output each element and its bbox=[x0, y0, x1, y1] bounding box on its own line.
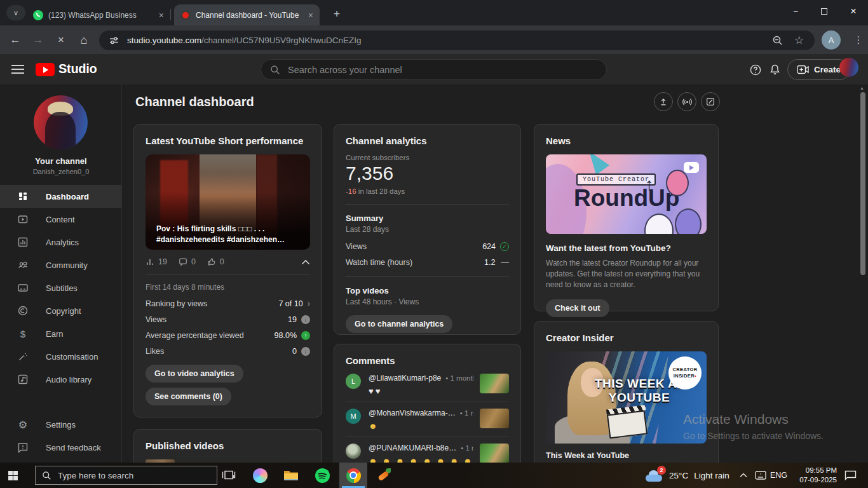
youtube-logo-icon[interactable] bbox=[36, 63, 55, 76]
edit-button[interactable] bbox=[701, 92, 720, 111]
news-banner[interactable]: YouTube Creator RoundUp ↑ bbox=[546, 154, 707, 234]
flat-trend-icon: — bbox=[501, 258, 510, 267]
help-icon[interactable] bbox=[749, 64, 763, 76]
site-settings-icon[interactable] bbox=[109, 30, 119, 50]
forward-icon[interactable]: → bbox=[28, 25, 48, 55]
window-close-button[interactable]: × bbox=[839, 1, 868, 22]
studio-search-input[interactable] bbox=[287, 64, 597, 76]
balloon-purple bbox=[675, 208, 702, 234]
tab-youtube-studio-close-icon[interactable]: × bbox=[302, 10, 313, 20]
bookmark-star-icon[interactable]: ☆ bbox=[794, 30, 804, 50]
top-videos-period: Last 48 hours · Views bbox=[346, 297, 509, 306]
url-bar[interactable]: studio.youtube.com/channel/UC57N9U5V9rgN… bbox=[99, 30, 815, 50]
comment-video-thumbnail[interactable] bbox=[480, 409, 509, 428]
sidebar-item-community[interactable]: Community bbox=[0, 254, 121, 276]
task-view-button[interactable] bbox=[215, 463, 243, 488]
see-comments-button[interactable]: See comments (0) bbox=[146, 388, 231, 405]
comment-handle-line: @PUNAMKUMARI-b8e…• 1 month … bbox=[369, 444, 473, 452]
commenter-avatar[interactable]: M bbox=[346, 409, 361, 424]
sidebar-item-subtitles[interactable]: Subtitles bbox=[0, 276, 121, 299]
notifications-bell-icon[interactable] bbox=[768, 64, 782, 76]
page-title: Channel dashboard bbox=[135, 95, 254, 109]
go-to-video-analytics-button[interactable]: Go to video analytics bbox=[146, 365, 243, 383]
start-button-icon[interactable] bbox=[8, 471, 18, 480]
trend-up-icon: ↑ bbox=[301, 331, 310, 340]
page-scrollbar[interactable]: ▲ bbox=[859, 85, 867, 463]
channel-title: Your channel bbox=[0, 156, 122, 166]
taskbar-search[interactable]: Type here to search bbox=[35, 466, 217, 485]
check-it-out-button[interactable]: Check it out bbox=[546, 299, 609, 317]
sidebar-item-content[interactable]: Content bbox=[0, 208, 121, 231]
app-carrot-button[interactable] bbox=[370, 463, 398, 488]
sidebar-item-analytics[interactable]: Analytics bbox=[0, 231, 121, 254]
comment-time: • 1 month … bbox=[460, 409, 473, 417]
sidebar-item-earn[interactable]: $ Earn bbox=[0, 322, 121, 345]
comment-row[interactable]: L @LilawatiKumari-p8e• 1 month ago ♥♥ bbox=[346, 370, 509, 396]
copilot-button[interactable] bbox=[246, 463, 274, 488]
metric-label: Views bbox=[346, 242, 367, 251]
go-to-channel-analytics-button[interactable]: Go to channel analytics bbox=[346, 315, 452, 333]
browser-menu-icon[interactable]: ⋮ bbox=[849, 25, 868, 55]
search-icon bbox=[270, 65, 280, 75]
back-icon[interactable]: ← bbox=[5, 25, 25, 55]
tab-whatsapp[interactable]: (123) WhatsApp Business × bbox=[27, 4, 170, 25]
studio-account-avatar[interactable] bbox=[839, 58, 858, 77]
window-minimize-button[interactable]: − bbox=[781, 1, 810, 22]
comment-video-thumbnail[interactable] bbox=[480, 444, 509, 463]
sidebar-item-copyright[interactable]: Copyright bbox=[0, 299, 121, 322]
sidebar-item-audio-library[interactable]: Audio library bbox=[0, 368, 121, 391]
short-video-thumbnail[interactable]: Pov : His flirting skills □□□ . . . #dan… bbox=[146, 154, 310, 250]
window-restore-button[interactable] bbox=[810, 1, 839, 22]
taskbar-search-placeholder: Type here to search bbox=[58, 471, 133, 480]
spotify-button[interactable] bbox=[308, 463, 336, 488]
collapse-chevron-icon[interactable] bbox=[301, 259, 310, 265]
sidebar-item-customisation[interactable]: Customisation bbox=[0, 345, 121, 368]
weather-temperature: 25°C bbox=[669, 471, 688, 480]
comment-row[interactable]: M @MohanVishwakarma-…• 1 month … ☻ bbox=[346, 402, 509, 431]
chrome-icon bbox=[346, 468, 361, 483]
channel-analytics-card: Channel analytics Current subscribers 7,… bbox=[334, 124, 521, 335]
metric-ranking[interactable]: Ranking by views 7 of 10 › bbox=[146, 299, 310, 308]
commenter-avatar[interactable]: L bbox=[346, 374, 361, 389]
browser-profile-avatar[interactable]: A bbox=[822, 30, 841, 50]
scrollbar-thumb[interactable] bbox=[860, 92, 865, 275]
taskbar-weather[interactable]: 2 25°C Light rain bbox=[644, 463, 729, 488]
sidebar-item-dashboard[interactable]: Dashboard bbox=[0, 185, 121, 208]
channel-avatar[interactable] bbox=[34, 95, 88, 149]
touch-keyboard-icon[interactable] bbox=[752, 463, 769, 488]
chrome-button[interactable] bbox=[339, 463, 367, 488]
language-indicator[interactable]: ENG bbox=[770, 463, 787, 488]
url-text[interactable]: studio.youtube.com/channel/UC57N9U5V9rgN… bbox=[127, 30, 361, 50]
tab-whatsapp-close-icon[interactable]: × bbox=[153, 10, 164, 20]
edit-pencil-icon bbox=[705, 97, 715, 107]
file-explorer-button[interactable] bbox=[277, 463, 305, 488]
sidebar-item-send-feedback[interactable]: Send feedback bbox=[0, 436, 121, 459]
action-center-icon[interactable] bbox=[841, 463, 859, 488]
insider-card-title: Creator Insider bbox=[546, 332, 707, 343]
studio-search[interactable] bbox=[261, 59, 607, 80]
screen: ∨ (123) WhatsApp Business × Channel dash… bbox=[0, 0, 868, 488]
comments-bubble-icon bbox=[179, 257, 187, 266]
metric-label: Likes bbox=[146, 347, 164, 356]
comment-video-thumbnail[interactable] bbox=[480, 374, 509, 393]
home-icon[interactable]: ⌂ bbox=[74, 25, 94, 55]
tab-youtube-studio[interactable]: Channel dashboard - YouTube S × bbox=[174, 4, 320, 25]
zoom-out-icon[interactable] bbox=[772, 30, 783, 50]
insider-video-thumbnail[interactable]: THIS WEEK AT YOUTUBE CREATOR INSIDER• bbox=[546, 351, 707, 444]
new-tab-button[interactable]: + bbox=[329, 6, 345, 22]
tab-search-caret-icon[interactable]: ∨ bbox=[6, 5, 25, 20]
taskbar-clock[interactable]: 09:55 PM 07-09-2025 bbox=[790, 466, 837, 485]
go-live-button[interactable] bbox=[677, 92, 696, 111]
scrollbar-up-arrow[interactable]: ▲ bbox=[860, 86, 864, 90]
menu-hamburger-icon[interactable] bbox=[11, 63, 25, 76]
studio-brand[interactable]: Studio bbox=[58, 62, 97, 76]
stop-loading-icon[interactable]: × bbox=[51, 25, 71, 55]
commenter-avatar[interactable] bbox=[346, 444, 361, 459]
upload-video-button[interactable] bbox=[654, 92, 673, 111]
comment-row[interactable]: @PUNAMKUMARI-b8e…• 1 month … ☻ ☻ ☻ ☻ ☻ ☻… bbox=[346, 437, 509, 463]
sidebar-item-settings[interactable]: ⚙ Settings bbox=[0, 413, 121, 436]
sidebar-item-label: Copyright bbox=[46, 306, 81, 316]
channel-handle: Danish_zehen0_0 bbox=[0, 168, 122, 175]
tray-chevron-icon[interactable] bbox=[736, 463, 751, 488]
whatsapp-icon bbox=[33, 10, 43, 20]
